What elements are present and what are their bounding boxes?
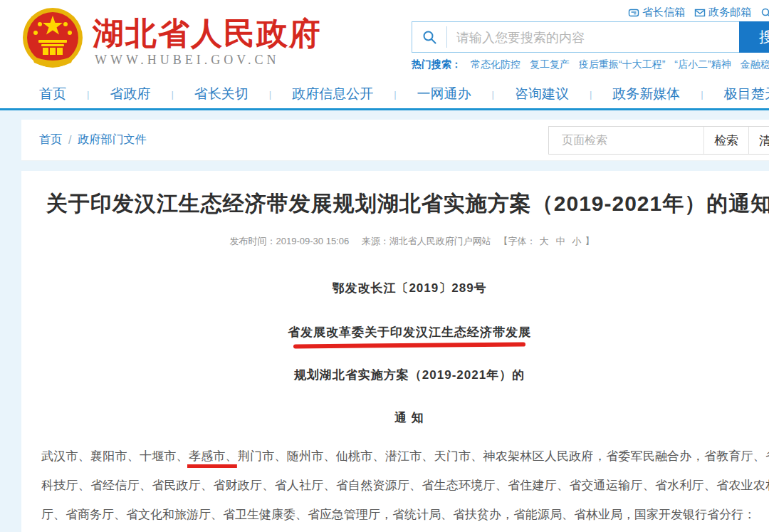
nav-item-one-stop-services[interactable]: 一网通办 <box>417 85 471 103</box>
site-title: 湖北省人民政府 <box>93 13 322 55</box>
hot-search-row: 热门搜索： 常态化防控 复工复产 疫后重振“十大工程” “店小二”精神 金融稳保… <box>412 58 769 71</box>
search-divider <box>446 26 447 48</box>
font-size-suffix: 】 <box>585 236 594 246</box>
page-search-clear-button[interactable]: 清除 <box>748 127 769 154</box>
mailbox-icon <box>628 7 639 19</box>
content-background: 首页 / 政府部门文件 检索 清除 关于印发汉江生态经济带发展规划湖北省实施方案… <box>0 110 769 532</box>
site-search-input[interactable] <box>455 23 721 53</box>
site-search-bar: 搜索 <box>412 21 769 53</box>
search-icon <box>760 7 769 19</box>
hot-search-item[interactable]: “店小二”精神 <box>674 58 731 71</box>
breadcrumb-separator: / <box>68 134 71 147</box>
governor-mailbox-link[interactable]: 省长信箱 <box>628 6 685 19</box>
breadcrumb-home[interactable]: 首页 <box>39 132 62 147</box>
hot-search-item[interactable]: 常态化防控 <box>471 58 520 71</box>
red-underline-annotation <box>293 343 525 349</box>
nav-separator: | <box>492 89 494 100</box>
search-icon <box>412 22 446 52</box>
breadcrumb-department-documents[interactable]: 政府部门文件 <box>78 132 146 147</box>
publish-time: 发布时间：2019-09-30 15:06 <box>230 236 350 246</box>
nav-item-gov-info-disclosure[interactable]: 政府信息公开 <box>292 85 373 103</box>
breadcrumb-bar: 首页 / 政府部门文件 检索 清除 <box>21 120 769 161</box>
font-size-medium[interactable]: 中 <box>555 236 565 246</box>
document-subtitle-notice: 通 知 <box>394 411 424 424</box>
main-navigation: 首页 | 省政府 | 省长关切 | 政府信息公开 | 一网通办 | 咨询建议 |… <box>0 80 769 110</box>
national-emblem-logo <box>21 6 84 73</box>
article-source: 来源：湖北省人民政府门户网站 <box>362 236 491 246</box>
nav-separator: | <box>171 89 173 100</box>
nav-separator: | <box>394 89 396 100</box>
hot-search-item[interactable]: 金融稳保百业 <box>741 58 769 71</box>
nav-separator: | <box>701 89 703 100</box>
hot-search-item[interactable]: 复工复产 <box>530 58 570 71</box>
document-number: 鄂发改长江〔2019〕289号 <box>21 280 769 296</box>
nav-item-jimu-chutian[interactable]: 极目楚天 <box>724 85 769 103</box>
document-subtitle-line3-wrap: 通 知 <box>21 410 769 426</box>
document-subtitle-line1-wrap: 省发展改革委关于印发汉江生态经济带发展 <box>21 324 769 340</box>
document-subtitle-line2: 规划湖北省实施方案（2019-2021年）的 <box>294 368 525 382</box>
site-header: 湖北省人民政府 WWW.HUBEI.GOV.CN 省长信箱 政务邮箱 搜索 <box>0 0 769 80</box>
article-body: 武汉市、襄阳市、十堰市、孝感市、荆门市、随州市、仙桃市、潜江市、天门市、神农架林… <box>41 442 769 529</box>
nav-separator: | <box>590 89 592 100</box>
article-panel: 关于印发汉江生态经济带发展规划湖北省实施方案（2019-2021年）的通知 发布… <box>21 171 769 532</box>
document-subtitle-line1: 省发展改革委关于印发汉江生态经济带发展 <box>288 325 531 339</box>
document-subtitle-line2-wrap: 规划湖北省实施方案（2019-2021年）的 <box>21 367 769 383</box>
envelope-icon <box>694 7 706 19</box>
article-title: 关于印发汉江生态经济带发展规划湖北省实施方案（2019-2021年）的通知 <box>21 189 769 219</box>
nav-item-provincial-government[interactable]: 省政府 <box>110 85 150 103</box>
nav-item-home[interactable]: 首页 <box>39 85 66 103</box>
gov-mail-label: 政务邮箱 <box>708 6 751 19</box>
page-search-button[interactable]: 检索 <box>703 127 748 154</box>
breadcrumb: 首页 / 政府部门文件 <box>39 120 146 160</box>
page-search-box: 检索 清除 <box>548 126 769 155</box>
nav-separator: | <box>87 89 89 100</box>
top-search-link[interactable]: 搜索 <box>760 6 769 19</box>
nav-item-governor-concerns[interactable]: 省长关切 <box>194 85 249 103</box>
font-size-prefix: 【字体： <box>498 236 535 246</box>
hot-search-item[interactable]: 疫后重振“十大工程” <box>579 58 665 71</box>
site-url: WWW.HUBEI.GOV.CN <box>95 53 280 68</box>
nav-separator: | <box>269 89 271 100</box>
site-search-button[interactable]: 搜索 <box>739 21 769 53</box>
article-meta: 发布时间：2019-09-30 15:06 来源：湖北省人民政府门户网站 【字体… <box>21 235 769 248</box>
nav-item-gov-new-media[interactable]: 政务新媒体 <box>612 85 680 103</box>
page-search-input[interactable] <box>549 127 703 154</box>
governor-mailbox-label: 省长信箱 <box>642 6 685 19</box>
header-quick-links: 省长信箱 政务邮箱 搜索 <box>628 6 769 19</box>
gov-mail-link[interactable]: 政务邮箱 <box>694 6 751 19</box>
nav-item-consultation[interactable]: 咨询建议 <box>515 85 569 103</box>
font-size-large[interactable]: 大 <box>539 236 548 246</box>
hot-search-label: 热门搜索： <box>412 58 461 71</box>
font-size-small[interactable]: 小 <box>572 236 581 246</box>
body-text: 武汉市、襄阳市、十堰市、 <box>41 449 189 463</box>
